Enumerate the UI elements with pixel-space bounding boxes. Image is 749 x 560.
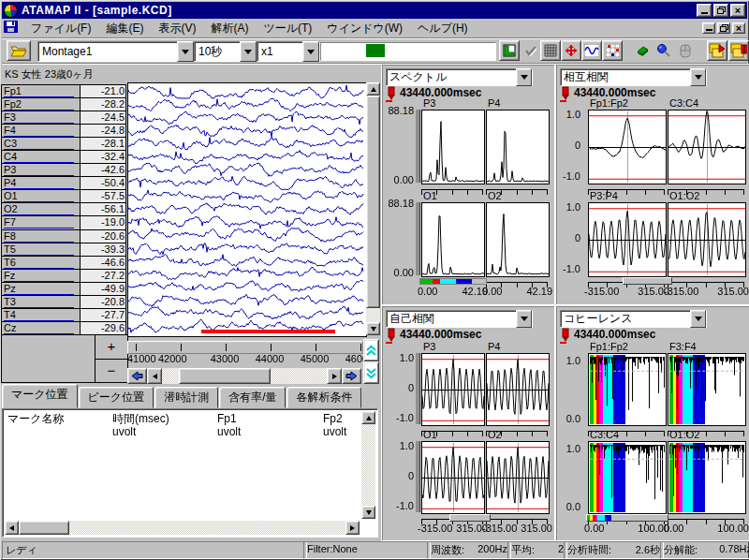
restore-button[interactable]: [713, 4, 728, 17]
autocorr-type-select[interactable]: 自己相関: [386, 310, 533, 328]
dropdown-button[interactable]: [177, 41, 194, 62]
channel-name-cell[interactable]: T5: [2, 243, 81, 256]
channel-name-cell[interactable]: F3: [2, 111, 81, 124]
pan-slider[interactable]: [623, 277, 672, 285]
scroll-track[interactable]: [361, 424, 375, 506]
coherence-type-select[interactable]: コヒーレンス: [560, 310, 707, 328]
scroll-thumb[interactable]: [179, 368, 271, 384]
scroll-track[interactable]: [366, 308, 380, 322]
horizontal-scrollbar[interactable]: [147, 368, 342, 384]
channel-name-cell[interactable]: O2: [2, 203, 81, 215]
channel-name-cell[interactable]: F4: [2, 125, 81, 137]
dropdown-button[interactable]: [690, 68, 706, 86]
menu-help[interactable]: ヘルプ(H): [410, 19, 476, 38]
menu-edit[interactable]: 編集(E): [98, 19, 151, 38]
duration-select[interactable]: 10秒: [194, 41, 257, 62]
scroll-right-button[interactable]: [327, 368, 342, 384]
scroll-down-button[interactable]: [361, 506, 375, 519]
scroll-track[interactable]: [271, 368, 327, 384]
eeg-vertical-scrollbar[interactable]: [366, 82, 380, 335]
open-file-button[interactable]: [7, 40, 31, 61]
channel-name-cell[interactable]: C4: [2, 151, 81, 163]
tab-content-ratio[interactable]: 含有率/量: [219, 387, 286, 408]
page-back-button[interactable]: [127, 368, 147, 384]
scroll-down-button[interactable]: [366, 322, 380, 335]
page-forward-button[interactable]: [342, 368, 361, 384]
close-button[interactable]: ×: [730, 4, 745, 17]
minimize-button[interactable]: [697, 4, 712, 17]
map-view-button[interactable]: [602, 40, 623, 61]
dropdown-button[interactable]: [516, 68, 532, 86]
spectrum-type-select[interactable]: スペクトル: [386, 68, 533, 86]
probe-button[interactable]: [654, 40, 674, 61]
scale-select[interactable]: x1: [257, 41, 320, 62]
confirm-button[interactable]: [520, 40, 540, 61]
scroll-up-button[interactable]: [366, 82, 380, 96]
document-icon[interactable]: [4, 21, 18, 36]
channel-name-cell[interactable]: Pz: [2, 283, 81, 295]
dropdown-button[interactable]: [302, 41, 319, 62]
move-axes-button[interactable]: [561, 40, 581, 61]
marker-mode-button[interactable]: [499, 40, 520, 61]
channel-name-cell[interactable]: Fp2: [2, 98, 81, 111]
eraser-button[interactable]: [632, 40, 653, 61]
selection-bar[interactable]: [201, 330, 335, 333]
scroll-up-button[interactable]: [361, 411, 375, 424]
next-page-button[interactable]: [707, 40, 727, 61]
scroll-right-button[interactable]: [345, 521, 360, 535]
scroll-track[interactable]: [162, 368, 179, 384]
gain-decrease-button[interactable]: −: [95, 360, 127, 383]
app-icon[interactable]: [4, 4, 18, 18]
channel-name-cell[interactable]: Cz: [2, 322, 81, 334]
channels-down-button[interactable]: [363, 361, 379, 384]
channel-name-cell[interactable]: T4: [2, 309, 81, 321]
menu-analysis[interactable]: 解析(A): [203, 19, 256, 38]
channel-name-cell[interactable]: C3: [2, 138, 81, 150]
tab-peak-position[interactable]: ピーク位置: [79, 387, 154, 408]
gain-increase-button[interactable]: +: [95, 335, 127, 360]
montage-select[interactable]: Montage1: [37, 41, 195, 62]
scroll-track[interactable]: [69, 521, 345, 535]
scroll-left-button[interactable]: [147, 368, 162, 384]
plot-scroll-strip[interactable]: [416, 110, 420, 183]
channel-name-cell[interactable]: O1: [2, 190, 81, 202]
menu-window[interactable]: ウインドウ(W): [319, 19, 410, 38]
channel-name-cell[interactable]: T6: [2, 257, 81, 269]
position-indicator[interactable]: [320, 42, 496, 61]
waveform-view-button[interactable]: [581, 40, 602, 61]
menu-view[interactable]: 表示(V): [151, 19, 203, 38]
channel-name-cell[interactable]: T3: [2, 296, 81, 308]
tab-mark-position[interactable]: マーク位置: [2, 384, 78, 408]
scroll-thumb[interactable]: [366, 96, 380, 308]
grid-toggle-button[interactable]: [540, 40, 561, 61]
pan-slider[interactable]: [586, 514, 668, 522]
mark-list-vscrollbar[interactable]: [361, 411, 375, 519]
channel-name-cell[interactable]: Fz: [2, 270, 81, 282]
crosscorr-type-select[interactable]: 相互相関: [560, 68, 707, 86]
menu-file[interactable]: ファイル(F): [23, 19, 98, 38]
channel-name-cell[interactable]: F7: [2, 216, 81, 228]
channel-name-cell[interactable]: Fp1: [2, 85, 81, 97]
scroll-left-button[interactable]: [5, 521, 19, 535]
menu-tools[interactable]: ツール(T): [256, 19, 319, 38]
eeg-waveform-area[interactable]: [127, 82, 367, 337]
pause-page-button[interactable]: [728, 40, 749, 61]
scroll-thumb[interactable]: [19, 521, 69, 535]
child-close-button[interactable]: ×: [732, 22, 745, 34]
dropdown-button[interactable]: [690, 310, 706, 328]
tab-analysis-conditions[interactable]: 各解析条件: [286, 387, 361, 408]
plot-scroll-strip[interactable]: [416, 441, 420, 512]
channel-name-cell[interactable]: F8: [2, 230, 81, 243]
channels-up-button[interactable]: [363, 339, 379, 361]
dropdown-button[interactable]: [516, 310, 532, 328]
dropdown-button[interactable]: [240, 41, 257, 62]
mark-list-hscrollbar[interactable]: [5, 521, 360, 535]
tab-latency[interactable]: 潜時計測: [154, 387, 218, 408]
channel-name-cell[interactable]: P3: [2, 164, 81, 176]
mouse-mode-button[interactable]: [675, 40, 696, 61]
plot-scroll-strip[interactable]: [416, 202, 420, 275]
child-minimize-button[interactable]: [702, 22, 715, 34]
pan-slider[interactable]: [449, 514, 491, 522]
channel-name-cell[interactable]: P4: [2, 177, 81, 189]
child-restore-button[interactable]: [717, 22, 730, 34]
